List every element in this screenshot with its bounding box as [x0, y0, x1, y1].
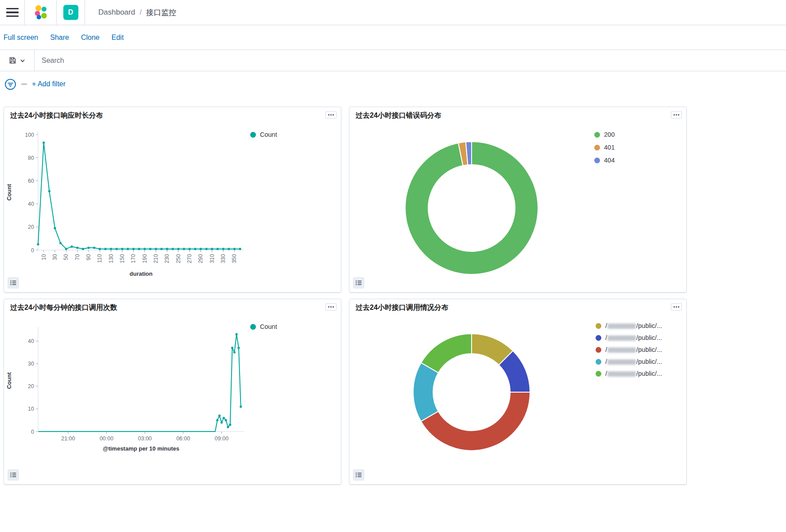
space-selector-badge[interactable]: D [63, 5, 78, 20]
legend-label: 404 [604, 157, 615, 164]
svg-text:21:00: 21:00 [61, 436, 75, 442]
svg-text:0: 0 [31, 247, 34, 254]
saved-query-menu-button[interactable] [0, 50, 35, 71]
breadcrumb-current-page: 接口监控 [146, 8, 176, 18]
svg-text:90: 90 [85, 254, 92, 260]
legend-label: //public/... [605, 346, 662, 353]
redacted-text [608, 359, 636, 365]
svg-text:190: 190 [142, 254, 148, 263]
svg-text:230: 230 [164, 254, 170, 263]
menu-hamburger-button[interactable] [0, 0, 25, 25]
add-filter-button[interactable]: + Add filter [32, 80, 66, 88]
svg-text:30: 30 [28, 361, 34, 367]
chart-legend: //public/...//public/...//public/...//pu… [596, 322, 662, 377]
donut-chart-error-codes[interactable] [349, 125, 597, 293]
legend-label: //public/... [605, 358, 662, 365]
line-chart-calls-per-minute[interactable]: 01020304021:0000:0003:0006:0009:00@times… [4, 317, 270, 455]
svg-text:250: 250 [175, 254, 182, 263]
svg-text:10: 10 [41, 254, 47, 260]
legend-color-dot [596, 347, 601, 353]
list-icon [10, 280, 16, 285]
panel-title: 过去24小时接口响应时长分布 [4, 107, 341, 120]
legend-color-dot [250, 324, 256, 330]
svg-text:06:00: 06:00 [176, 436, 190, 442]
legend-item[interactable]: 401 [594, 144, 615, 151]
svg-text:60: 60 [28, 178, 34, 184]
legend-item[interactable]: //public/... [596, 322, 662, 329]
legend-color-dot [594, 145, 600, 150]
panel-options-button[interactable] [671, 303, 682, 311]
redacted-text [608, 347, 636, 353]
legend-item[interactable]: //public/... [596, 358, 662, 365]
panel-title: 过去24小时接口错误码分布 [349, 107, 686, 120]
dashboard-container: 过去24小时接口响应时长分布 0204060801001030507090110… [0, 97, 786, 485]
share-button[interactable]: Share [50, 34, 69, 42]
clone-button[interactable]: Clone [81, 34, 100, 42]
legend-color-dot [596, 323, 601, 329]
line-chart-response-duration[interactable]: 0204060801001030507090110130150170190210… [4, 125, 270, 281]
legend-toggle-button[interactable] [8, 277, 19, 289]
list-icon [356, 280, 362, 285]
breadcrumb-dashboard[interactable]: Dashboard [98, 8, 135, 17]
filter-bar-dash [21, 84, 27, 85]
svg-text:290: 290 [197, 254, 204, 263]
list-icon [10, 472, 16, 478]
legend-toggle-button[interactable] [353, 277, 364, 289]
legend-item[interactable]: //public/... [596, 346, 662, 353]
search-input[interactable] [35, 50, 786, 71]
panel-title: 过去24小时接口调用情况分布 [349, 299, 686, 312]
svg-text:20: 20 [28, 383, 34, 389]
panel-response-duration: 过去24小时接口响应时长分布 0204060801001030507090110… [4, 107, 341, 293]
panel-options-button[interactable] [325, 111, 337, 119]
legend-item[interactable]: Count [250, 323, 277, 330]
donut-chart-call-distribution[interactable] [349, 317, 597, 467]
svg-text:310: 310 [209, 254, 215, 263]
legend-item[interactable]: Count [250, 131, 277, 138]
svg-text:330: 330 [220, 254, 226, 263]
svg-text:270: 270 [186, 254, 193, 263]
legend-color-dot [594, 132, 600, 138]
svg-text:80: 80 [28, 155, 34, 161]
panel-calls-per-minute: 过去24小时每分钟的接口调用次数 01020304021:0000:0003:0… [4, 299, 341, 485]
svg-text:210: 210 [153, 254, 159, 263]
hamburger-icon [6, 8, 19, 17]
dashboard-top-menu: Full screen Share Clone Edit [0, 25, 786, 50]
panel-error-codes: 过去24小时接口错误码分布 200401404 [349, 107, 687, 293]
svg-text:0: 0 [31, 429, 34, 435]
panel-call-distribution: 过去24小时接口调用情况分布 //public/...//public/.../… [349, 299, 687, 485]
panel-title: 过去24小时每分钟的接口调用次数 [4, 299, 341, 312]
redacted-text [608, 371, 636, 377]
svg-text:@timestamp per 10 minutes: @timestamp per 10 minutes [103, 445, 179, 452]
legend-item[interactable]: //public/... [596, 370, 662, 377]
svg-text:50: 50 [63, 254, 69, 260]
legend-toggle-button[interactable] [353, 469, 364, 481]
chevron-down-icon [20, 58, 25, 63]
svg-text:170: 170 [130, 254, 136, 263]
legend-item[interactable]: 404 [594, 157, 615, 164]
list-icon [356, 472, 362, 478]
filter-icon[interactable] [4, 78, 16, 90]
svg-text:duration: duration [130, 270, 153, 277]
legend-label: Count [260, 323, 277, 330]
legend-label: Count [260, 131, 277, 138]
svg-text:350: 350 [231, 254, 237, 263]
panel-options-button[interactable] [325, 303, 337, 311]
svg-text:09:00: 09:00 [215, 436, 228, 442]
svg-text:Count: Count [6, 184, 12, 200]
legend-color-dot [596, 359, 601, 365]
legend-item[interactable]: //public/... [596, 334, 662, 341]
legend-item[interactable]: 200 [594, 131, 615, 138]
space-selector: D [57, 0, 85, 25]
legend-color-dot [594, 158, 600, 163]
svg-text:70: 70 [74, 254, 81, 260]
full-screen-button[interactable]: Full screen [4, 34, 38, 42]
svg-text:40: 40 [28, 201, 34, 207]
panel-options-button[interactable] [671, 111, 682, 119]
query-bar [0, 50, 786, 71]
svg-text:30: 30 [52, 254, 58, 260]
legend-toggle-button[interactable] [8, 469, 19, 481]
svg-text:03:00: 03:00 [138, 436, 152, 442]
elastic-logo[interactable] [25, 0, 57, 25]
edit-button[interactable]: Edit [112, 34, 124, 42]
svg-text:110: 110 [97, 254, 103, 263]
